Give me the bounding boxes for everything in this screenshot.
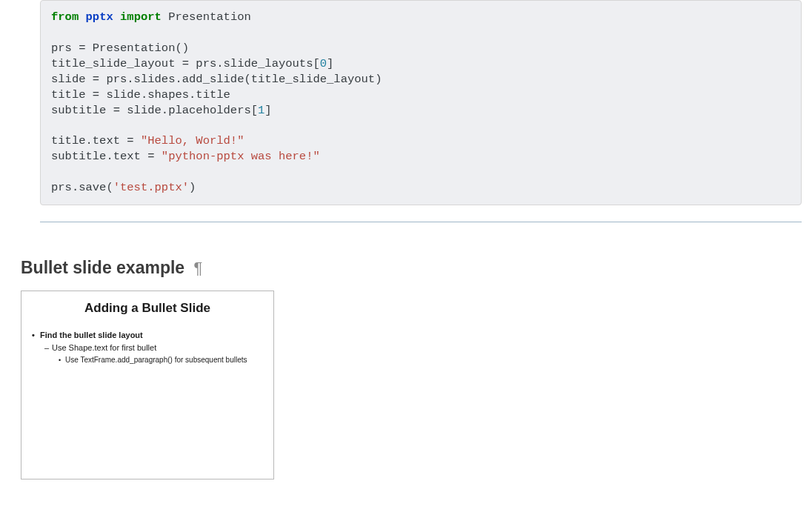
section-heading-text: Bullet slide example (21, 258, 184, 277)
module-name: pptx (86, 10, 113, 24)
slide-thumbnail-body: Find the bullet slide layout Use Shape.t… (29, 329, 266, 366)
code-number: 0 (320, 57, 327, 70)
code-line: subtitle = slide.placeholders[ (51, 104, 258, 117)
page-container: from pptx import Presentation prs = Pres… (0, 0, 812, 479)
section-heading: Bullet slide example ¶ (21, 258, 802, 279)
code-line: subtitle.text = (51, 150, 162, 163)
code-line: ) (189, 181, 196, 194)
imported-name: Presentation (168, 10, 251, 24)
slide-thumbnail: Adding a Bullet Slide Find the bullet sl… (21, 291, 274, 479)
code-block[interactable]: from pptx import Presentation prs = Pres… (40, 0, 802, 205)
bullet-level-1: Use Shape.text for first bullet (44, 342, 266, 354)
code-line: ] (264, 104, 271, 117)
code-line: title = slide.shapes.title (51, 88, 230, 102)
pilcrow-icon[interactable]: ¶ (194, 259, 203, 277)
code-number: 1 (258, 104, 264, 117)
kw-import: import (120, 10, 162, 24)
code-line: ] (327, 57, 333, 70)
slide-thumbnail-title: Adding a Bullet Slide (29, 301, 266, 316)
code-string: 'test.pptx' (113, 181, 189, 194)
kw-from: from (51, 10, 79, 24)
section-divider (40, 222, 802, 222)
code-string: "python-pptx was here!" (162, 150, 320, 163)
code-string: "Hello, World!" (141, 134, 244, 147)
bullet-level-0: Find the bullet slide layout (32, 329, 266, 342)
code-line: prs = Presentation() (51, 42, 189, 55)
code-line: title.text = (51, 134, 141, 147)
bullet-level-2: Use TextFrame.add_paragraph() for subseq… (59, 354, 266, 366)
code-line: slide = prs.slides.add_slide(title_slide… (51, 73, 382, 86)
code-line: prs.save( (51, 181, 113, 194)
code-line: title_slide_layout = prs.slide_layouts[ (51, 57, 320, 70)
